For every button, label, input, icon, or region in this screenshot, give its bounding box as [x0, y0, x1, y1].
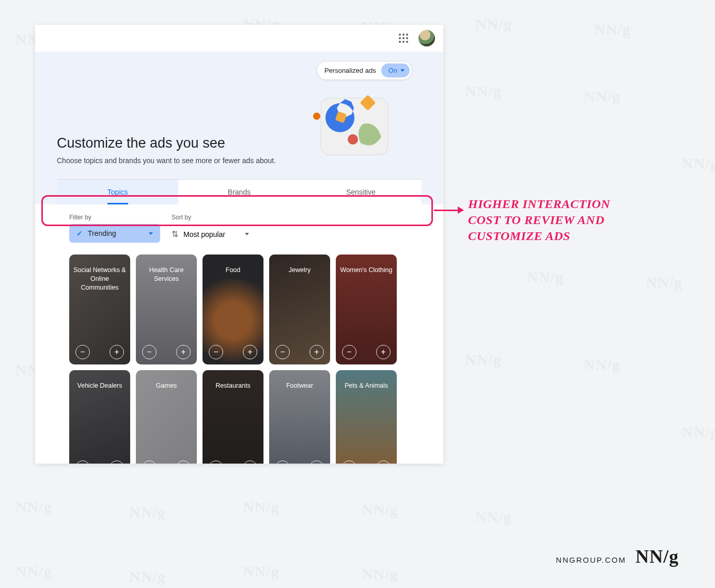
card-label: Social Networks & Online Communities — [72, 266, 127, 292]
topic-card[interactable]: Health Care Services −+ — [136, 255, 197, 364]
check-icon: ✓ — [76, 229, 83, 237]
topic-card[interactable]: Women's Clothing −+ — [336, 255, 397, 364]
plus-button[interactable]: + — [176, 345, 191, 359]
minus-button[interactable]: − — [75, 460, 90, 464]
chevron-down-icon — [149, 232, 153, 235]
card-label: Jewelry — [272, 266, 327, 275]
svg-point-1 — [313, 113, 320, 120]
browser-window: Personalized ads On Customize the ads yo… — [35, 25, 443, 464]
plus-button[interactable]: + — [243, 345, 257, 359]
sort-icon: ⇅ — [172, 229, 178, 239]
minus-button[interactable]: − — [209, 345, 223, 359]
footer: NNGROUP.COM NN/g — [556, 546, 679, 567]
tab-bar: Topics Brands Sensitive — [57, 179, 422, 204]
top-bar — [35, 25, 443, 52]
plus-button[interactable]: + — [309, 345, 324, 359]
sort-by-label: Sort by — [172, 214, 249, 221]
avatar[interactable] — [418, 30, 435, 46]
card-label: Women's Clothing — [339, 266, 394, 275]
toggle-state: On — [381, 63, 410, 77]
card-label: Health Care Services — [139, 266, 194, 283]
topic-card[interactable]: Vehicle Dealers −+ — [69, 370, 130, 464]
filter-row: Filter by ✓ Trending Sort by ⇅ Most popu… — [69, 214, 422, 244]
topic-card[interactable]: Jewelry −+ — [269, 255, 330, 364]
plus-button[interactable]: + — [243, 460, 257, 464]
plus-button[interactable]: + — [110, 345, 124, 359]
footer-url: NNGROUP.COM — [556, 555, 626, 564]
annotation-arrow — [434, 210, 463, 211]
chevron-down-icon — [400, 69, 405, 72]
toggle-label: Personalized ads — [324, 67, 376, 74]
sort-by-dropdown[interactable]: ⇅ Most popular — [172, 224, 249, 244]
plus-button[interactable]: + — [309, 460, 324, 464]
filter-by-value: Trending — [88, 229, 116, 237]
tab-brands[interactable]: Brands — [178, 180, 300, 204]
topic-grid: Social Networks & Online Communities − +… — [69, 255, 422, 464]
topic-card[interactable]: Pets & Animals −+ — [336, 370, 397, 464]
topic-card[interactable]: Social Networks & Online Communities − + — [69, 255, 130, 364]
filter-by-dropdown[interactable]: ✓ Trending — [69, 224, 160, 243]
tab-sensitive[interactable]: Sensitive — [300, 180, 422, 204]
topic-card[interactable]: Footwear −+ — [269, 370, 330, 464]
plus-button[interactable]: + — [376, 460, 391, 464]
minus-button[interactable]: − — [342, 460, 356, 464]
minus-button[interactable]: − — [209, 460, 223, 464]
chevron-down-icon — [245, 233, 249, 235]
card-label: Footwear — [272, 382, 327, 390]
card-label: Restaurants — [206, 382, 260, 390]
minus-button[interactable]: − — [342, 345, 356, 359]
tab-topics[interactable]: Topics — [57, 180, 178, 204]
topic-card[interactable]: Games −+ — [136, 370, 197, 464]
plus-button[interactable]: + — [110, 460, 124, 464]
topic-card[interactable]: Restaurants −+ — [203, 370, 263, 464]
card-label: Food — [206, 266, 260, 275]
card-label: Games — [139, 382, 194, 390]
card-label: Pets & Animals — [339, 382, 394, 390]
minus-button[interactable]: − — [275, 460, 290, 464]
personalized-ads-toggle[interactable]: Personalized ads On — [317, 61, 412, 80]
footer-logo: NN/g — [635, 546, 679, 567]
hero-section: Personalized ads On Customize the ads yo… — [35, 52, 443, 204]
minus-button[interactable]: − — [275, 345, 290, 359]
topic-card[interactable]: Food −+ — [203, 255, 263, 364]
content-area: Filter by ✓ Trending Sort by ⇅ Most popu… — [35, 204, 443, 464]
plus-button[interactable]: + — [376, 345, 391, 359]
card-label: Vehicle Dealers — [72, 382, 127, 390]
plus-button[interactable]: + — [176, 460, 191, 464]
apps-icon[interactable] — [395, 29, 412, 47]
minus-button[interactable]: − — [142, 460, 157, 464]
minus-button[interactable]: − — [75, 345, 90, 359]
hero-illustration — [312, 88, 402, 165]
filter-by-label: Filter by — [69, 214, 160, 221]
sort-by-value: Most popular — [183, 230, 225, 239]
svg-point-4 — [348, 134, 358, 145]
minus-button[interactable]: − — [142, 345, 157, 359]
annotation-text: HIGHER INTERACTION COST TO REVIEW AND CU… — [468, 196, 623, 245]
